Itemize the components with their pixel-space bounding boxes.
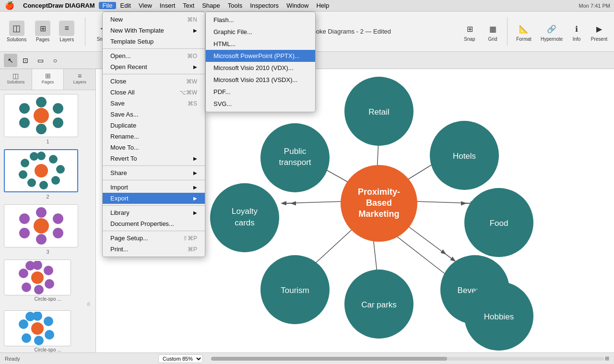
app-name[interactable]: ConceptDraw DIAGRAM (19, 2, 99, 9)
menu-tools[interactable]: Tools (224, 2, 246, 9)
present-button[interactable]: ▶ Present (587, 19, 611, 44)
page-num-3: 3 (4, 249, 92, 255)
circle-beverage[interactable] (440, 255, 509, 324)
export-vsdx[interactable]: Microsoft Visio 2013 (VSDX)... (206, 74, 315, 86)
menu-insert[interactable]: Insert (156, 2, 179, 9)
ellipse-tool[interactable]: ○ (48, 54, 62, 67)
menu-help[interactable]: Help (312, 2, 333, 9)
apple-menu[interactable]: 🍎 (0, 1, 19, 10)
pages-list: 1 2 (0, 90, 95, 352)
solutions-button[interactable]: ◫ Solutions (3, 19, 30, 44)
grid-button[interactable]: ▦ Grid (482, 19, 503, 44)
export-html[interactable]: HTML... (206, 38, 315, 50)
svg-point-1 (36, 97, 47, 107)
menu-import[interactable]: Import ▶ (103, 182, 205, 193)
svg-point-3 (19, 103, 30, 114)
center-circle[interactable] (341, 165, 417, 242)
menu-edit[interactable]: Edit (116, 2, 134, 9)
export-pptx[interactable]: Microsoft PowerPoint (PPTX)... (206, 50, 315, 62)
time-display: Mon 7:41 PM (579, 3, 610, 9)
menu-save-as[interactable]: Save As... (103, 109, 205, 120)
format-button[interactable]: 📐 Format (511, 19, 536, 44)
export-flash[interactable]: Flash... (206, 14, 315, 26)
export-graphic-file[interactable]: Graphic File... (206, 26, 315, 38)
pages-button[interactable]: ⊞ Pages (31, 19, 54, 44)
circle-tourism[interactable] (260, 255, 330, 324)
svg-text:Hotels: Hotels (453, 152, 476, 161)
svg-point-5 (19, 117, 30, 128)
circle-car-parks[interactable] (344, 270, 413, 339)
menu-close-all[interactable]: Close All ⌥⌘W (103, 87, 205, 98)
select-rect-tool[interactable]: ⊡ (19, 54, 32, 67)
menu-move-to[interactable]: Move To... (103, 142, 205, 153)
circle-retail[interactable] (344, 77, 413, 146)
menu-export[interactable]: Export ▶ (103, 193, 205, 204)
page-thumb-1[interactable] (4, 94, 78, 137)
layers-tab[interactable]: ≡ Layers (64, 69, 95, 90)
menu-duplicate[interactable]: Duplicate (103, 120, 205, 131)
svg-line-64 (302, 268, 312, 275)
circle-food[interactable] (464, 188, 533, 257)
snap-button[interactable]: ⊞ Snap (458, 19, 481, 44)
rect-tool[interactable]: ▭ (34, 54, 47, 67)
resize-handle[interactable]: ⊞ (605, 355, 609, 362)
menu-library[interactable]: Library ▶ (103, 207, 205, 218)
svg-point-31 (25, 261, 35, 270)
page-item-1[interactable]: 1 (4, 94, 92, 144)
circle-hotels[interactable] (430, 121, 499, 190)
menu-text[interactable]: Text (179, 2, 198, 9)
circle-public-transport[interactable] (260, 123, 330, 192)
layers-button[interactable]: ≡ Layers (55, 19, 78, 44)
menu-new[interactable]: New ⌘N (103, 14, 205, 25)
menu-new-with-template[interactable]: New With Template ▶ (103, 25, 205, 36)
svg-line-55 (401, 201, 475, 203)
svg-point-6 (53, 117, 63, 128)
page-thumb-3[interactable] (4, 204, 78, 247)
info-button[interactable]: ℹ Info (567, 19, 586, 44)
circle-loyalty-cards[interactable] (210, 183, 279, 252)
solutions-tab[interactable]: ◫ Solutions (0, 69, 32, 90)
export-pdf[interactable]: PDF... (206, 86, 315, 98)
menu-inspectors[interactable]: Inspectors (246, 2, 283, 9)
panel-tabs: ◫ Solutions ⊞ Pages ≡ Layers (0, 69, 95, 90)
menu-file[interactable]: File (99, 2, 117, 9)
svg-line-58 (445, 254, 455, 261)
pages-tab[interactable]: ⊞ Pages (32, 69, 64, 90)
menu-share[interactable]: Share ▶ (103, 167, 205, 178)
page-thumb-2[interactable] (4, 149, 78, 192)
svg-point-16 (30, 152, 38, 161)
circle-hobbies[interactable] (464, 282, 533, 351)
menu-page-setup[interactable]: Page Setup... ⇧⌘P (103, 233, 205, 244)
menu-print[interactable]: Print... ⌘P (103, 244, 205, 255)
menu-open[interactable]: Open... ⌘O (103, 50, 205, 61)
menu-revert-to[interactable]: Revert To ▶ (103, 153, 205, 164)
svg-point-9 (49, 155, 58, 164)
export-vdx[interactable]: Microsoft Visio 2010 (VDX)... (206, 62, 315, 74)
menu-shape[interactable]: Shape (198, 2, 224, 9)
menu-view[interactable]: View (135, 2, 156, 9)
menu-document-properties[interactable]: Document Properties... (103, 218, 205, 229)
sub-thumb-2[interactable]: Circle-spo ... ⎙ (4, 310, 92, 352)
sub-thumb-1[interactable]: Circle-spo ... ⎙ (4, 259, 92, 306)
svg-line-61 (372, 225, 379, 290)
svg-point-39 (25, 312, 35, 321)
select-tool[interactable]: ↖ (4, 54, 17, 67)
svg-point-22 (19, 228, 30, 238)
menu-rename[interactable]: Rename... (103, 131, 205, 142)
scrollbar-horizontal[interactable] (211, 357, 604, 361)
page-item-2[interactable]: 2 (4, 149, 92, 200)
svg-text:Beverage: Beverage (458, 286, 493, 295)
statusbar: Ready Custom 85% 50% 75% 100% 125% 150% … (0, 352, 614, 364)
export-svg[interactable]: SVG... (206, 98, 315, 110)
zoom-control[interactable]: Custom 85% 50% 75% 100% 125% 150% (158, 354, 203, 363)
zoom-select[interactable]: Custom 85% 50% 75% 100% 125% 150% (158, 354, 203, 363)
menu-save[interactable]: Save ⌘S (103, 98, 205, 109)
menubar: 🍎 ConceptDraw DIAGRAM File Edit View Ins… (0, 0, 614, 12)
menu-open-recent[interactable]: Open Recent ▶ (103, 61, 205, 72)
menu-close[interactable]: Close ⌘W (103, 76, 205, 87)
hypernote-button[interactable]: 🔗 Hypernote (537, 19, 566, 44)
menu-template-setup[interactable]: Template Setup (103, 36, 205, 47)
svg-point-32 (31, 322, 44, 335)
page-item-3[interactable]: 3 (4, 204, 92, 255)
menu-window[interactable]: Window (283, 2, 312, 9)
